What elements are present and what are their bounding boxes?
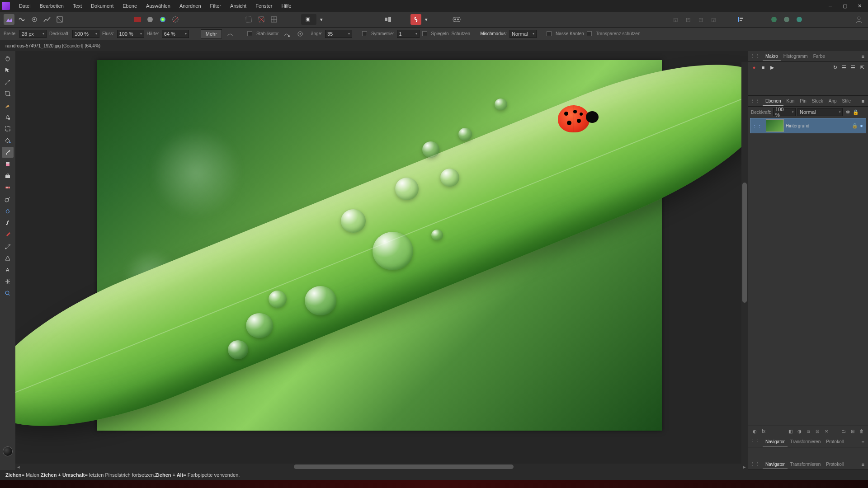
zoom-tool-icon[interactable] — [2, 288, 14, 299]
tab-navigator[interactable]: Navigator — [763, 437, 788, 446]
arrange-back-icon[interactable]: ◱ — [670, 14, 681, 25]
menu-ansicht[interactable]: Ansicht — [226, 0, 251, 12]
clone-tool-icon[interactable] — [2, 170, 14, 181]
tab-kan[interactable]: Kan — [783, 97, 797, 106]
vr-icon[interactable] — [451, 14, 462, 25]
crop-tool-icon[interactable] — [2, 88, 14, 99]
paint-brush-tool-icon[interactable] — [2, 147, 14, 158]
grid-dotted-icon[interactable] — [243, 14, 254, 25]
layer-crop-icon[interactable]: ⊡ — [814, 428, 821, 435]
hardness-input[interactable]: 64 % — [162, 30, 189, 38]
stabilizer-checkbox[interactable] — [247, 31, 252, 36]
flow-input[interactable]: 100 % — [117, 30, 144, 38]
menu-bearbeiten[interactable]: Bearbeiten — [35, 0, 68, 12]
macro-record-icon[interactable]: ● — [751, 64, 757, 70]
tab-anp[interactable]: Anp — [826, 97, 840, 106]
no-swatch-icon[interactable] — [170, 14, 181, 25]
sync-teal-icon[interactable] — [794, 14, 805, 25]
layer-row[interactable]: ⋮⋮ Hintergrund 🔒 ● — [750, 118, 866, 133]
menu-dokument[interactable]: Dokument — [86, 0, 118, 12]
dodge-tool-icon[interactable] — [2, 194, 14, 205]
mask-dropdown-icon[interactable]: ▾ — [318, 14, 325, 25]
tab-transformieren[interactable]: Transformieren — [788, 460, 823, 469]
menu-text[interactable]: Text — [68, 0, 86, 12]
mirror-checkbox[interactable] — [422, 31, 427, 36]
sync-green-icon[interactable] — [769, 14, 779, 25]
tab-histogramm[interactable]: Histogramm — [781, 52, 811, 61]
layers-opacity-input[interactable]: 100 % — [773, 108, 796, 116]
arrange-forward-icon[interactable]: ◳ — [695, 14, 706, 25]
symmetry-checkbox[interactable] — [362, 31, 367, 36]
tab-farbe[interactable]: Farbe — [811, 52, 828, 61]
snap-dropdown-icon[interactable]: ▾ — [423, 14, 429, 25]
grid-cancel-icon[interactable] — [256, 14, 267, 25]
minimize-button[interactable]: ─ — [824, 2, 837, 10]
layer-ex-icon[interactable]: ✕ — [823, 428, 830, 435]
more-button[interactable]: Mehr — [201, 29, 222, 38]
tab-stile[interactable]: Stile — [840, 97, 854, 106]
wet-edges-checkbox[interactable] — [547, 31, 552, 36]
persona-tone-icon[interactable] — [42, 14, 52, 25]
menu-fenster[interactable]: Fenster — [251, 0, 277, 12]
document-tab[interactable]: raindrops-574971_1920.jpg [Geändert] (64… — [4, 43, 102, 48]
protect-alpha-checkbox[interactable] — [587, 31, 592, 36]
swatch-red-icon[interactable] — [132, 14, 143, 25]
swatch-color-icon[interactable] — [157, 14, 168, 25]
align-menu-icon[interactable] — [736, 14, 747, 25]
layer-fx-icon[interactable]: fx — [760, 428, 767, 435]
snap-toggle-icon[interactable] — [410, 14, 421, 25]
persona-export-icon[interactable] — [54, 14, 65, 25]
macro-list2-icon[interactable]: ☰ — [850, 64, 856, 70]
account-icon[interactable] — [854, 14, 864, 25]
tab-pin[interactable]: Pin — [797, 97, 809, 106]
tab-stock[interactable]: Stock — [809, 97, 826, 106]
layers-blend-input[interactable]: Normal — [797, 108, 843, 116]
mask-mode-icon[interactable] — [301, 14, 316, 25]
macro-play-icon[interactable]: ▶ — [769, 64, 775, 70]
layer-mask-icon[interactable]: ◐ — [751, 428, 758, 435]
arrange-front-icon[interactable]: ◲ — [708, 14, 719, 25]
shape-tool-icon[interactable] — [2, 253, 14, 263]
macro-list1-icon[interactable]: ☰ — [841, 64, 847, 70]
stabilizer-window-icon[interactable] — [295, 28, 306, 39]
move-tool-icon[interactable] — [2, 65, 14, 75]
grid-solid-icon[interactable] — [269, 14, 279, 25]
tab-makro[interactable]: Makro — [763, 52, 781, 61]
layer-group-icon[interactable]: 🗀 — [840, 428, 847, 435]
menu-filter[interactable]: Filter — [206, 0, 226, 12]
menu-anordnen[interactable]: Anordnen — [175, 0, 206, 12]
swatch-grey-icon[interactable] — [145, 14, 156, 25]
alignment-icon[interactable] — [382, 14, 393, 25]
hand-tool-icon[interactable] — [2, 53, 14, 64]
text-tool-icon[interactable]: A — [2, 264, 14, 275]
layer-live-icon[interactable]: ⧇ — [805, 428, 812, 435]
layer-adjust-icon[interactable]: ◧ — [787, 428, 794, 435]
layers-lock-icon[interactable]: 🔒 — [853, 109, 859, 115]
menu-hilfe[interactable]: Hilfe — [277, 0, 296, 12]
pen-tool-icon[interactable] — [2, 206, 14, 216]
layers-menu-icon[interactable]: ≡ — [860, 99, 866, 104]
macro-reset-icon[interactable]: ↻ — [832, 64, 838, 70]
mesh-tool-icon[interactable] — [2, 276, 14, 287]
macro-export-icon[interactable]: ⇱ — [859, 64, 865, 70]
sync-grey-icon[interactable] — [781, 14, 792, 25]
arrange-backward-icon[interactable]: ◰ — [683, 14, 693, 25]
symmetry-input[interactable]: 1 — [397, 30, 420, 38]
layer-visibility-icon[interactable]: ● — [860, 123, 863, 129]
fill-tool-icon[interactable] — [2, 135, 14, 146]
persona-photo-icon[interactable] — [4, 14, 14, 25]
layer-lock-icon[interactable]: 🔒 — [852, 123, 858, 129]
blendmode-input[interactable]: Normal — [509, 30, 537, 38]
maximize-button[interactable]: ▢ — [838, 2, 852, 10]
layers-gear-icon[interactable]: ✲ — [844, 109, 851, 115]
tab-protokoll[interactable]: Protokoll — [823, 437, 846, 446]
length-input[interactable]: 35 — [325, 30, 352, 38]
smudge-tool-icon[interactable] — [2, 217, 14, 228]
marquee-tool-icon[interactable] — [2, 123, 14, 134]
red-brush-icon[interactable] — [2, 229, 14, 240]
tab-navigator[interactable]: Navigator — [763, 460, 788, 469]
horizontal-scrollbar[interactable]: ◂ ▸ — [15, 464, 748, 470]
persona-develop-icon[interactable] — [29, 14, 40, 25]
vertical-scrollbar[interactable] — [741, 62, 748, 464]
pressure-icon[interactable] — [225, 28, 236, 39]
